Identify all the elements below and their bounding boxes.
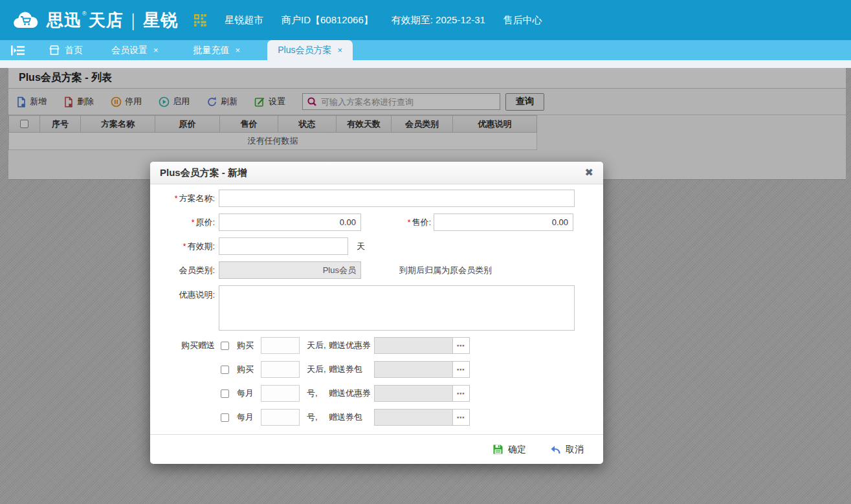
gift-suffix: 天后,: [307, 364, 329, 375]
gift-row-2: 购买 天后, 赠送券包 ⋯: [150, 361, 603, 378]
gift-checkbox[interactable]: [221, 413, 229, 422]
gift-row-1: 购买赠送 购买 天后, 赠送优惠券 ⋯: [150, 337, 603, 354]
tab-content-strip: [0, 60, 851, 68]
tab-home[interactable]: 首页: [45, 40, 87, 60]
validity-suffix: 天: [357, 241, 365, 252]
gift-suffix: 号,: [307, 411, 329, 423]
gift-group-label: 购买赠送: [150, 340, 219, 351]
gift-suffix: 天后,: [307, 340, 329, 351]
member-type-input: [219, 261, 361, 279]
gift-days-input[interactable]: [261, 361, 300, 378]
brand-logo: 思迅®天店｜星锐: [12, 9, 185, 32]
validity-days-input[interactable]: [219, 237, 348, 255]
tab-close-icon[interactable]: ×: [153, 45, 159, 55]
tab-label: Plus会员方案: [278, 45, 331, 56]
top-menu: 星锐超市 商户ID【60812066】 有效期至: 2025-12-31 售后中…: [194, 14, 560, 27]
confirm-button-label: 确定: [508, 444, 526, 455]
validity-label: *有效期:: [150, 241, 219, 252]
original-price-input[interactable]: [219, 214, 361, 231]
merchant-id: 商户ID【60812066】: [282, 14, 373, 27]
tab-close-icon[interactable]: ×: [337, 45, 342, 55]
gift-prefix: 购买: [237, 364, 254, 375]
gift-type-label: 赠送优惠券: [329, 388, 374, 399]
gift-suffix: 号,: [307, 388, 329, 399]
gift-prefix: 每月: [237, 388, 254, 399]
after-sales-link[interactable]: 售后中心: [503, 14, 542, 27]
cloud-cart-logo-icon: [12, 10, 40, 30]
gift-picker-button[interactable]: ⋯: [452, 337, 470, 354]
gift-days-input[interactable]: [261, 337, 300, 354]
member-type-note: 到期后归属为原会员类别: [399, 265, 492, 276]
gift-checkbox[interactable]: [221, 342, 229, 350]
cancel-button[interactable]: 取消: [549, 444, 584, 455]
tab-batch-recharge[interactable]: 批量充值 ×: [183, 40, 251, 60]
plan-name-row: *方案名称:: [150, 190, 603, 207]
gift-checkbox[interactable]: [221, 366, 229, 374]
tab-bar: 首页 会员设置 × 批量充值 × Plus会员方案 ×: [0, 40, 851, 60]
gift-prefix: 购买: [237, 340, 254, 351]
required-marker: *: [192, 218, 195, 227]
gift-package-field: [374, 409, 453, 426]
tab-plus-member-plan[interactable]: Plus会员方案 ×: [267, 40, 353, 60]
tab-member-settings[interactable]: 会员设置 ×: [101, 40, 169, 60]
validity-date: 有效期至: 2025-12-31: [392, 14, 485, 27]
gift-row-3: 每月 号, 赠送优惠券 ⋯: [150, 385, 603, 402]
gift-type-label: 赠送券包: [329, 364, 374, 375]
gift-checkbox[interactable]: [221, 389, 229, 398]
required-marker: *: [408, 218, 411, 227]
save-floppy-icon: [492, 444, 503, 455]
required-marker: *: [175, 194, 178, 203]
member-type-row: 会员类别: 到期后归属为原会员类别: [150, 261, 603, 279]
discount-desc-textarea[interactable]: [219, 285, 575, 331]
undo-arrow-icon: [549, 444, 561, 455]
gift-coupon-field: [374, 337, 453, 354]
confirm-button[interactable]: 确定: [492, 444, 526, 455]
tab-home-label: 首页: [65, 45, 83, 56]
discount-desc-row: 优惠说明:: [150, 285, 603, 331]
gift-coupon-field: [374, 385, 453, 402]
dialog-title: Plus会员方案 - 新增: [160, 167, 247, 179]
plan-name-input[interactable]: [219, 190, 575, 207]
gift-day-of-month-input[interactable]: [261, 409, 300, 426]
gift-picker-button[interactable]: ⋯: [452, 361, 470, 378]
sale-price-label: *售价:: [361, 217, 434, 228]
dialog-footer: 确定 取消: [150, 434, 603, 464]
collapse-menu-icon[interactable]: [10, 45, 25, 56]
member-type-label: 会员类别:: [150, 265, 219, 276]
cancel-button-label: 取消: [566, 444, 584, 455]
dialog-header[interactable]: Plus会员方案 - 新增 ✖: [150, 162, 603, 184]
tab-close-icon[interactable]: ×: [236, 45, 241, 55]
dialog-body: *方案名称: *原价: *售价: *有效期: 天 会员类别: 到期后归属为原会员…: [150, 184, 603, 434]
price-row: *原价: *售价:: [150, 214, 603, 231]
brand-name: 思迅®天店｜星锐: [47, 9, 178, 32]
top-header: 思迅®天店｜星锐 星锐超市 商户ID【6081206: [0, 0, 851, 40]
gift-day-of-month-input[interactable]: [261, 385, 300, 402]
store-name: 星锐超市: [225, 14, 263, 27]
validity-row: *有效期: 天: [150, 237, 603, 255]
gift-prefix: 每月: [237, 411, 254, 423]
tab-label: 批量充值: [193, 45, 230, 56]
tab-label: 会员设置: [111, 45, 148, 56]
gift-picker-button[interactable]: ⋯: [452, 385, 470, 402]
app-window: 思迅®天店｜星锐 星锐超市 商户ID【6081206: [0, 0, 851, 504]
original-price-label: *原价:: [150, 217, 219, 228]
gift-picker-button[interactable]: ⋯: [452, 409, 470, 426]
dialog-close-icon[interactable]: ✖: [585, 168, 593, 178]
gift-package-field: [374, 361, 453, 378]
new-plan-dialog: Plus会员方案 - 新增 ✖ *方案名称: *原价: *售价: *有效期: 天…: [150, 162, 603, 464]
gift-type-label: 赠送优惠券: [329, 340, 374, 351]
storefront-icon: [49, 45, 60, 56]
gift-row-4: 每月 号, 赠送券包 ⋯: [150, 409, 603, 426]
required-marker: *: [183, 242, 186, 251]
gift-type-label: 赠送券包: [329, 411, 374, 423]
discount-desc-label: 优惠说明:: [150, 285, 219, 301]
qr-code-icon[interactable]: [194, 14, 206, 27]
sale-price-input[interactable]: [434, 214, 573, 231]
plan-name-label: *方案名称:: [150, 193, 219, 204]
